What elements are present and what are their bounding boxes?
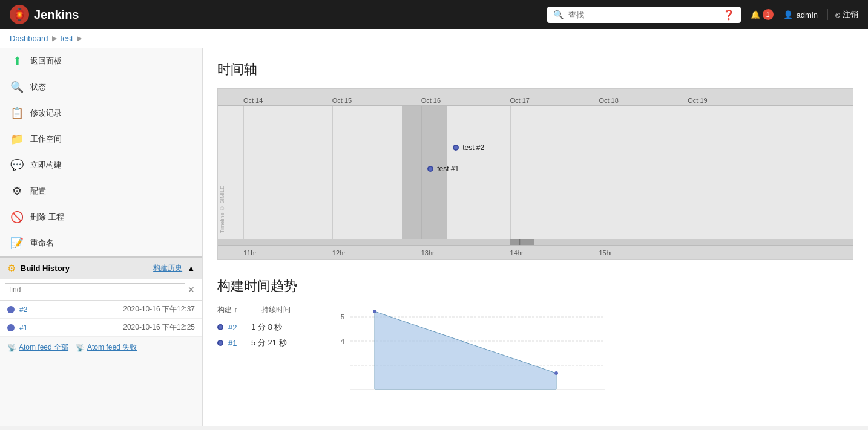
build-search-input[interactable] (5, 283, 185, 296)
trend-status-dot (217, 324, 223, 330)
delete-icon: 🚫 (10, 210, 24, 224)
build-history-header: ⚙ Build History 构建历史 ▲ (0, 258, 202, 279)
back-icon: ⬆ (10, 54, 24, 68)
trend-chart: 5 4 (326, 305, 605, 402)
build-history-icon: ⚙ (7, 262, 16, 274)
hour-12: 12hr (332, 249, 346, 256)
help-icon[interactable]: ❓ (723, 9, 735, 21)
app-title: Jenkins (34, 8, 79, 22)
build-history-toggle[interactable]: ▲ (187, 264, 195, 273)
grid-line (510, 106, 511, 239)
notification-icon: 🔔 (751, 10, 760, 19)
svg-point-7 (373, 310, 376, 313)
resize-handle: ‖ (519, 239, 522, 246)
build-number[interactable]: #1 (19, 324, 38, 332)
svg-marker-6 (375, 311, 556, 389)
sidebar-item-label: 重命名 (30, 238, 54, 249)
atom-fail-label: Atom feed 失败 (87, 342, 137, 353)
date-oct15: Oct 15 (332, 97, 352, 104)
sidebar-item-configure[interactable]: ⚙ 配置 (0, 178, 202, 204)
atom-icon: 📡 (7, 344, 16, 352)
logo-image: 🏮 (10, 5, 29, 24)
rename-icon: 📝 (10, 236, 24, 250)
build-time: 2020-10-16 下午12:25 (123, 322, 195, 333)
atom-icon: 📡 (76, 344, 85, 352)
atom-feed-fail[interactable]: 📡 Atom feed 失败 (76, 342, 137, 353)
user-area[interactable]: 👤 admin (783, 10, 818, 19)
timeline-title: 时间轴 (217, 60, 853, 79)
timeline-container: Oct 14 Oct 15 Oct 16 Oct 17 Oct 18 Oct 1… (217, 88, 853, 260)
build-history-search: ✕ (0, 279, 202, 301)
username: admin (797, 10, 818, 19)
build-row[interactable]: #2 2020-10-16 下午12:37 (0, 301, 202, 319)
col-build: 构建 ↑ (217, 305, 237, 315)
sidebar-item-label: 删除 工程 (30, 212, 64, 223)
trend-chart-svg: 5 4 (326, 305, 605, 402)
sidebar-item-build-now[interactable]: 💬 立即构建 (0, 152, 202, 178)
timeline-watermark: Timeline © SIMILE (219, 186, 225, 233)
notifications-area[interactable]: 🔔 1 (751, 9, 774, 20)
timeline-event-1[interactable]: test #1 (427, 165, 459, 173)
sidebar: ⬆ 返回面板 🔍 状态 📋 修改记录 📁 工作空间 💬 立即构建 ⚙ 配置 🚫 … (0, 48, 203, 426)
build-number[interactable]: #2 (19, 305, 38, 314)
sidebar-item-label: 立即构建 (30, 160, 62, 171)
trend-status-dot (217, 340, 223, 346)
scrollbar-handle[interactable]: ‖ (510, 239, 534, 245)
atom-links: 📡 Atom feed 全部 📡 Atom feed 失败 (0, 337, 202, 357)
sidebar-item-label: 修改记录 (30, 108, 62, 119)
trend-row: #2 1 分 8 秒 (217, 319, 300, 335)
main-content: 时间轴 Oct 14 Oct 15 Oct 16 Oct 17 Oct 18 O… (203, 48, 868, 426)
trend-build-num[interactable]: #1 (228, 339, 246, 348)
trend-duration: 1 分 8 秒 (251, 322, 300, 333)
hour-11: 11hr (243, 249, 257, 256)
breadcrumb-sep-1: ▶ (52, 34, 57, 42)
sidebar-item-delete[interactable]: 🚫 删除 工程 (0, 204, 202, 230)
sidebar-item-rename[interactable]: 📝 重命名 (0, 230, 202, 256)
timeline-scrollbar[interactable]: ‖ (218, 239, 853, 245)
sidebar-item-status[interactable]: 🔍 状态 (0, 74, 202, 100)
hour-13: 13hr (421, 249, 435, 256)
trend-build-num[interactable]: #2 (228, 323, 246, 332)
search-area[interactable]: 🔍 ❓ (547, 7, 741, 23)
build-row[interactable]: #1 2020-10-16 下午12:25 (0, 319, 202, 337)
breadcrumb-test[interactable]: test (61, 34, 73, 43)
date-oct14: Oct 14 (243, 97, 263, 104)
sidebar-item-back[interactable]: ⬆ 返回面板 (0, 48, 202, 74)
logout-area[interactable]: ⎋ 注销 (827, 9, 858, 20)
status-icon: 🔍 (10, 80, 24, 94)
sidebar-item-changelog[interactable]: 📋 修改记录 (0, 100, 202, 126)
atom-feed-all[interactable]: 📡 Atom feed 全部 (7, 342, 68, 353)
event-dot (427, 166, 433, 172)
breadcrumb-dashboard[interactable]: Dashboard (10, 34, 48, 43)
breadcrumb-sep-2: ▶ (77, 34, 82, 42)
svg-text:4: 4 (341, 337, 344, 345)
sidebar-item-workspace[interactable]: 📁 工作空间 (0, 126, 202, 152)
build-search-clear[interactable]: ✕ (185, 285, 197, 295)
configure-icon: ⚙ (10, 184, 24, 198)
sidebar-item-label: 状态 (30, 82, 46, 93)
date-oct18: Oct 18 (599, 97, 618, 104)
svg-point-8 (554, 371, 558, 375)
trend-table: 构建 ↑ 持续时间 #2 1 分 8 秒 #1 5 分 21 秒 (217, 305, 300, 351)
build-history-link[interactable]: 构建历史 (153, 263, 182, 273)
search-input[interactable] (568, 10, 718, 19)
search-icon: 🔍 (553, 10, 564, 19)
date-oct17: Oct 17 (510, 97, 530, 104)
hour-14: 14hr (510, 249, 524, 256)
notification-badge: 1 (763, 9, 774, 20)
layout: ⬆ 返回面板 🔍 状态 📋 修改记录 📁 工作空间 💬 立即构建 ⚙ 配置 🚫 … (0, 48, 868, 426)
logout-label: 注销 (843, 9, 858, 20)
breadcrumb: Dashboard ▶ test ▶ (0, 29, 868, 48)
timeline-hours: 11hr 12hr 13hr 14hr 15hr (218, 245, 853, 259)
build-trend-section: 构建时间趋势 构建 ↑ 持续时间 #2 1 分 8 秒 #1 (217, 277, 853, 402)
hour-15: 15hr (599, 249, 612, 256)
user-icon: 👤 (783, 10, 793, 19)
timeline-body: test #2 test #1 Timeline © SIMILE (218, 106, 853, 239)
trend-duration: 5 分 21 秒 (251, 337, 300, 348)
timeline-event-2[interactable]: test #2 (453, 143, 484, 152)
sidebar-item-label: 工作空间 (30, 134, 62, 145)
atom-all-label: Atom feed 全部 (19, 342, 68, 353)
build-history-panel: ⚙ Build History 构建历史 ▲ ✕ #2 2020-10-16 下… (0, 256, 202, 357)
app-logo[interactable]: 🏮 Jenkins (10, 5, 79, 24)
build-status-dot (7, 306, 15, 313)
